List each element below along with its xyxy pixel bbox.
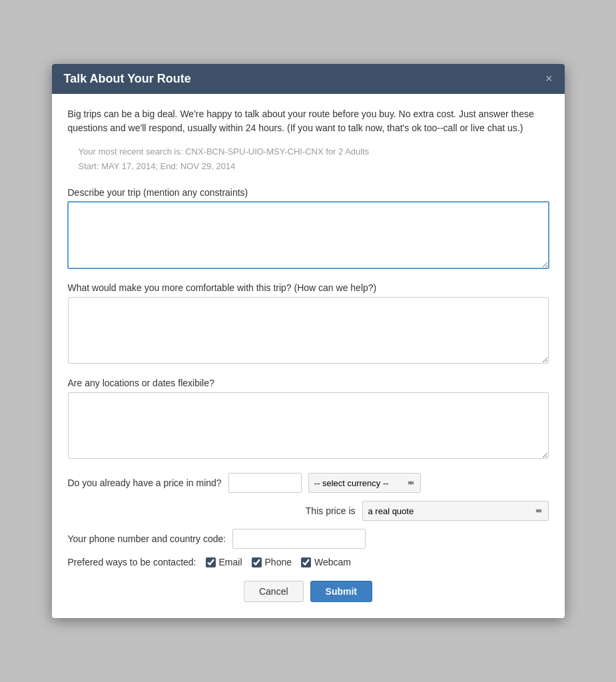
search-info-line1: Your most recent search is: CNX-BCN-SPU-…	[79, 145, 549, 159]
phone-row: Your phone number and country code:	[68, 529, 549, 549]
describe-group: Describe your trip (mention any constrai…	[68, 187, 549, 270]
search-info: Your most recent search is: CNX-BCN-SPU-…	[68, 145, 549, 174]
contact-phone-checkbox[interactable]	[252, 557, 262, 567]
intro-text: Big trips can be a big deal. We're happy…	[68, 107, 549, 135]
flexible-textarea[interactable]	[68, 392, 549, 459]
contact-label: Prefered ways to be contacted:	[68, 557, 196, 567]
modal-close-button[interactable]: ×	[545, 73, 553, 85]
modal-header: Talk About Your Route ×	[52, 64, 565, 94]
modal-body: Big trips can be a big deal. We're happy…	[52, 94, 565, 618]
currency-select[interactable]: -- select currency -- USD - US Dollar EU…	[308, 473, 421, 493]
cancel-button[interactable]: Cancel	[244, 581, 304, 602]
comfortable-group: What would make you more comfortable wit…	[68, 282, 549, 366]
describe-label: Describe your trip (mention any constrai…	[68, 187, 549, 198]
price-label: Do you already have a price in mind?	[68, 478, 222, 488]
flexible-label: Are any locations or dates flexibile?	[68, 378, 549, 388]
search-info-line2: Start: MAY 17, 2014; End: NOV 29, 2014	[79, 159, 549, 174]
quote-label: This price is	[306, 506, 356, 516]
contact-email-checkbox[interactable]	[206, 557, 216, 567]
contact-webcam-label: Webcam	[314, 557, 351, 567]
contact-row: Prefered ways to be contacted: Email Pho…	[68, 557, 549, 567]
flexible-group: Are any locations or dates flexibile?	[68, 378, 549, 461]
price-input[interactable]	[228, 473, 302, 493]
price-row: Do you already have a price in mind? -- …	[68, 473, 549, 493]
phone-input[interactable]	[232, 529, 366, 549]
contact-email-label: Email	[219, 557, 242, 567]
contact-webcam-item[interactable]: Webcam	[301, 557, 351, 567]
modal-title: Talk About Your Route	[64, 72, 191, 86]
submit-button[interactable]: Submit	[310, 581, 372, 602]
comfortable-textarea[interactable]	[68, 297, 549, 364]
contact-email-item[interactable]: Email	[206, 557, 242, 567]
describe-textarea[interactable]	[68, 202, 549, 268]
quote-select[interactable]: a real quote a rough estimate just a gue…	[362, 501, 549, 521]
phone-label: Your phone number and country code:	[68, 533, 226, 544]
contact-phone-label: Phone	[265, 557, 292, 567]
contact-webcam-checkbox[interactable]	[301, 557, 311, 567]
button-row: Cancel Submit	[68, 581, 549, 602]
quote-row: This price is a real quote a rough estim…	[68, 501, 549, 521]
comfortable-label: What would make you more comfortable wit…	[68, 282, 549, 293]
contact-phone-item[interactable]: Phone	[252, 557, 292, 567]
modal-container: Talk About Your Route × Big trips can be…	[52, 64, 565, 618]
